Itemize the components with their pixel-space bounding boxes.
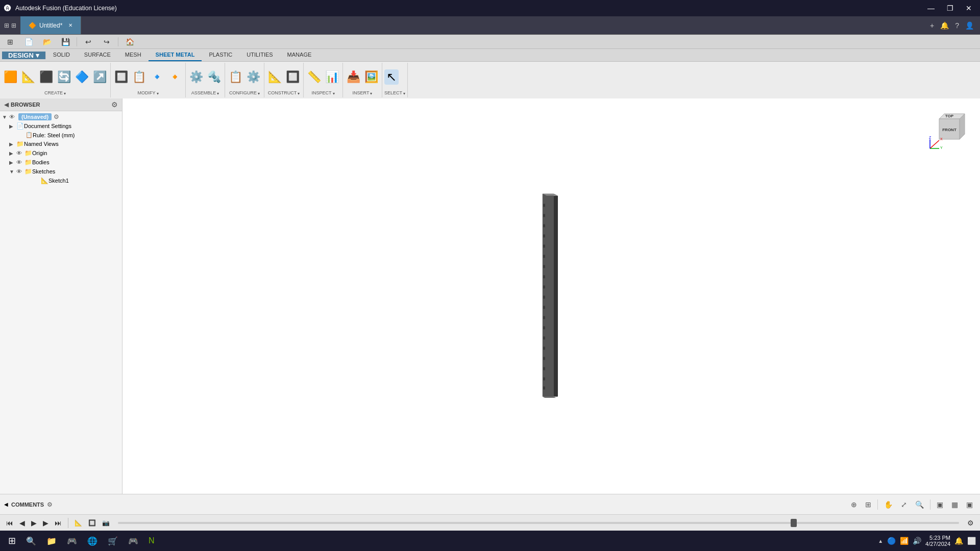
grid-button[interactable]: ⊞ [862, 498, 874, 511]
timeline-start-button[interactable]: ⏮ [4, 518, 15, 528]
new-file-button[interactable]: 📄 [20, 37, 37, 47]
view-cube[interactable]: TOP FRONT X Y Z [929, 109, 970, 149]
timeline-position-marker[interactable] [791, 519, 797, 527]
grid-lines-button[interactable]: ▦ [948, 498, 961, 511]
help-button[interactable]: ? [953, 19, 961, 32]
timeline-feature-button[interactable]: 📐 [72, 518, 84, 528]
construct-btn1[interactable]: 📐 [266, 70, 283, 84]
modify-dropdown-icon[interactable]: ▾ [157, 91, 159, 96]
flange-button[interactable]: 🟧 [2, 70, 19, 84]
tree-item-settings-icon[interactable]: ⚙ [54, 113, 59, 120]
create-dropdown-icon[interactable]: ▾ [64, 91, 66, 96]
tree-item-sketches[interactable]: ▼ 👁 📁 Sketches [0, 167, 122, 176]
tree-item-rule[interactable]: 📋 Rule: Steel (mm) [0, 131, 122, 139]
timeline-track[interactable] [118, 522, 959, 524]
tab-close-icon[interactable]: ✕ [68, 22, 72, 28]
restore-button[interactable]: ❐ [943, 3, 958, 13]
unfold-button[interactable]: 🔲 [113, 70, 130, 84]
sweep-button[interactable]: ↗️ [91, 70, 108, 84]
system-tray-expand-icon[interactable]: ▲ [878, 538, 883, 544]
tab-sheet-metal[interactable]: SHEET METAL [149, 49, 202, 61]
loft-button[interactable]: 🔷 [74, 70, 90, 84]
measure-button[interactable]: 📏 [306, 70, 323, 84]
timeline-next-button[interactable]: ▶ [41, 518, 51, 528]
taskbar-nvidia-icon[interactable]: N [144, 534, 159, 547]
taskbar-file-explorer-icon[interactable]: 📁 [42, 534, 61, 548]
configure-btn2[interactable]: ⚙️ [245, 70, 262, 84]
revolve-button[interactable]: 🔄 [56, 70, 72, 84]
timeline-sketch-button[interactable]: 🔲 [86, 518, 98, 528]
chamfer-button[interactable]: 🔹 [149, 70, 165, 84]
taskbar-xbox-icon[interactable]: 🎮 [63, 534, 81, 548]
redo-button[interactable]: ↪ [99, 37, 115, 47]
insert-mcmaster-button[interactable]: 📥 [345, 70, 362, 84]
timeline-end-button[interactable]: ⏭ [53, 518, 64, 528]
tree-item-origin[interactable]: ▶ 👁 📁 Origin [0, 148, 122, 158]
insert-dropdown-icon[interactable]: ▾ [370, 91, 372, 96]
tab-surface[interactable]: SURFACE [77, 49, 118, 61]
tree-item-sketch1[interactable]: 👁 📐 Sketch1 [0, 176, 122, 185]
windows-start-button[interactable]: ⊞ [4, 533, 20, 548]
timeline-prev-button[interactable]: ◀ [17, 518, 27, 528]
account-button[interactable]: 👤 [963, 19, 976, 32]
select-dropdown-icon[interactable]: ▾ [403, 91, 405, 96]
construct-btn2[interactable]: 🔲 [284, 70, 301, 84]
browser-collapse-button[interactable]: ◀ [4, 101, 9, 108]
extrude-button[interactable]: ⬛ [38, 70, 55, 84]
tree-item-document-settings[interactable]: ▶ 📄 Document Settings [0, 121, 122, 131]
pan-button[interactable]: ✋ [881, 498, 896, 511]
tree-item-unsaved[interactable]: ▼ 👁 (Unsaved) ⚙ [0, 112, 122, 121]
volume-icon[interactable]: 🔊 [913, 537, 921, 545]
close-button[interactable]: ✕ [962, 3, 976, 13]
save-button[interactable]: 💾 [57, 37, 74, 47]
orbit-button[interactable]: ⊕ [848, 498, 860, 511]
taskbar-search-icon[interactable]: 🔍 [22, 534, 40, 548]
construct-dropdown-icon[interactable]: ▾ [298, 91, 300, 96]
minimize-button[interactable]: — [923, 3, 939, 13]
tab-solid[interactable]: SOLID [46, 49, 77, 61]
zoom-fit-button[interactable]: ⤢ [898, 498, 910, 511]
browser-settings-button[interactable]: ⚙ [111, 101, 118, 109]
assemble-dropdown-icon[interactable]: ▾ [217, 91, 219, 96]
inspect-dropdown-icon[interactable]: ▾ [333, 91, 335, 96]
comments-settings-button[interactable]: ⚙ [47, 501, 53, 508]
network-icon[interactable]: 📶 [900, 537, 909, 545]
refold-button[interactable]: 📋 [131, 70, 148, 84]
workspace-selector[interactable]: DESIGN ▾ [2, 52, 46, 59]
analysis-button[interactable]: 📊 [324, 70, 340, 84]
taskbar-clock[interactable]: 5:23 PM 4/27/2024 [925, 535, 950, 547]
home-button[interactable]: 🏠 [121, 37, 138, 47]
tree-item-bodies[interactable]: ▶ 👁 📁 Bodies [0, 158, 122, 167]
tab-mesh[interactable]: MESH [118, 49, 149, 61]
configure-btn1[interactable]: 📋 [227, 70, 244, 84]
taskbar-chrome-icon[interactable]: 🌐 [83, 534, 102, 548]
viewport-settings-button[interactable]: ▣ [963, 498, 976, 511]
zoom-button[interactable]: 🔍 [912, 498, 927, 511]
open-file-button[interactable]: 📂 [39, 37, 55, 47]
timeline-camera-button[interactable]: 📷 [100, 518, 112, 528]
tree-item-named-views[interactable]: ▶ 📁 Named Views [0, 139, 122, 148]
select-button[interactable]: ↖ [384, 69, 399, 85]
taskbar-game-icon[interactable]: 🎮 [124, 534, 142, 548]
timeline-play-button[interactable]: ▶ [29, 518, 39, 528]
comments-expand-button[interactable]: ◀ [4, 502, 8, 507]
bend-button[interactable]: 📐 [20, 70, 37, 84]
add-tab-button[interactable]: + [928, 19, 936, 32]
insert-svg-button[interactable]: 🖼️ [363, 70, 380, 84]
show-desktop-button[interactable]: ⬜ [967, 537, 976, 545]
taskbar-store-icon[interactable]: 🛒 [104, 534, 122, 548]
notifications-button[interactable]: 🔔 [938, 19, 951, 32]
joint-button[interactable]: 🔩 [206, 70, 223, 84]
bluetooth-icon[interactable]: 🔵 [887, 537, 896, 545]
document-tab[interactable]: 🔶 Untitled* ✕ [20, 16, 81, 34]
tab-manage[interactable]: MANAGE [280, 49, 319, 61]
configure-dropdown-icon[interactable]: ▾ [258, 91, 260, 96]
tab-plastic[interactable]: PLASTIC [202, 49, 239, 61]
display-settings-button[interactable]: ▣ [934, 498, 946, 511]
tab-utilities[interactable]: UTILITIES [239, 49, 280, 61]
undo-button[interactable]: ↩ [80, 37, 96, 47]
timeline-settings-button[interactable]: ⚙ [965, 518, 976, 528]
grid-apps-button[interactable]: ⊞ [2, 37, 18, 47]
notification-icon[interactable]: 🔔 [954, 537, 963, 545]
assemble-new-button[interactable]: ⚙️ [188, 70, 205, 84]
